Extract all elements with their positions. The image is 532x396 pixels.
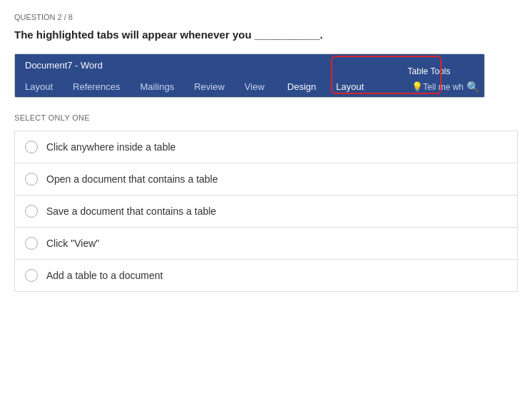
option-text-1: Click anywhere inside a table [46, 141, 175, 153]
highlighted-tabs-row: Design Layout [277, 76, 374, 97]
tab-mailings[interactable]: Mailings [131, 76, 185, 97]
zoom-icon: 🔍 [466, 81, 480, 93]
lightbulb-icon: 💡 [411, 81, 423, 92]
ribbon-screenshot: Document7 - Word Table Tools Layout Refe… [14, 54, 485, 98]
tell-me-area: 💡 Tell me wh 🔍 [411, 81, 484, 93]
ribbon-title: Document7 - Word [25, 60, 103, 76]
table-tools-header: Table Tools [374, 54, 484, 76]
radio-5[interactable] [25, 269, 38, 282]
radio-1[interactable] [25, 141, 38, 153]
tab-references[interactable]: References [63, 76, 130, 97]
radio-4[interactable] [25, 237, 38, 250]
option-1[interactable]: Click anywhere inside a table [14, 131, 518, 163]
tab-view[interactable]: View [235, 76, 275, 97]
page: QUESTION 2 / 8 The highlighted tabs will… [0, 0, 532, 305]
option-text-3: Save a document that contains a table [46, 205, 216, 217]
tabs-row: Layout References Mailings Review View D… [15, 76, 484, 97]
tell-me-text[interactable]: Tell me wh [423, 82, 464, 92]
option-text-2: Open a document that contains a table [46, 173, 218, 185]
question-text: The highlighted tabs will appear wheneve… [14, 29, 518, 41]
ribbon-top-row: Document7 - Word Table Tools [15, 54, 484, 76]
radio-2[interactable] [25, 173, 38, 186]
options-list: Click anywhere inside a table Open a doc… [14, 131, 518, 292]
tab-layout-tt[interactable]: Layout [326, 76, 374, 97]
radio-3[interactable] [25, 205, 38, 218]
option-5[interactable]: Add a table to a document [14, 260, 518, 292]
question-number: QUESTION 2 / 8 [14, 13, 518, 21]
option-2[interactable]: Open a document that contains a table [14, 163, 518, 196]
tab-layout[interactable]: Layout [15, 76, 63, 97]
option-4[interactable]: Click "View" [14, 228, 518, 260]
option-text-5: Add a table to a document [46, 270, 163, 281]
option-text-4: Click "View" [46, 238, 99, 249]
select-only-one-label: SELECT ONLY ONE [14, 113, 518, 122]
tab-design[interactable]: Design [277, 76, 326, 97]
tab-review[interactable]: Review [184, 76, 235, 97]
table-tools-label: Table Tools [408, 66, 451, 76]
option-3[interactable]: Save a document that contains a table [14, 196, 518, 228]
ribbon-title-area: Document7 - Word [15, 54, 374, 76]
